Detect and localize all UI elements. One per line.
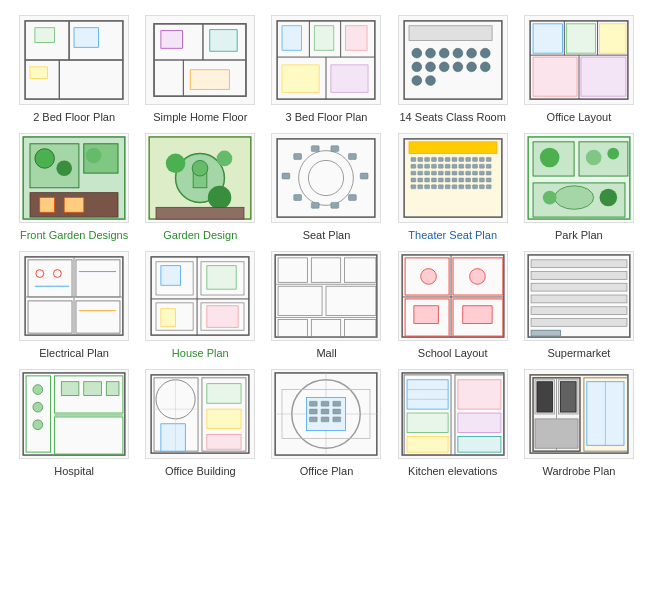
svg-rect-135 [411, 185, 416, 189]
template-item-hospital[interactable]: Hospital [15, 369, 133, 477]
svg-point-216 [33, 402, 43, 412]
template-item-supermarket[interactable]: Supermarket [520, 251, 638, 359]
svg-point-44 [425, 76, 435, 86]
thumbnail-garden-design [145, 133, 255, 223]
svg-rect-219 [84, 382, 102, 396]
svg-rect-125 [424, 178, 429, 182]
svg-rect-90 [431, 157, 436, 161]
svg-rect-208 [531, 318, 627, 326]
svg-rect-79 [294, 195, 302, 201]
svg-rect-105 [452, 164, 457, 168]
template-item-mall[interactable]: Mall [267, 251, 385, 359]
svg-rect-4 [59, 60, 123, 99]
svg-rect-254 [458, 380, 501, 409]
svg-rect-107 [465, 164, 470, 168]
svg-rect-124 [417, 178, 422, 182]
template-item-3-bed-floor-plan[interactable]: 3 Bed Floor Plan [267, 15, 385, 123]
svg-rect-24 [282, 26, 302, 50]
template-item-seat-plan[interactable]: Seat Plan [267, 133, 385, 241]
thumbnail-office-plan [271, 369, 381, 459]
svg-rect-102 [431, 164, 436, 168]
label-supermarket: Supermarket [547, 347, 610, 359]
template-item-office-plan[interactable]: Office Plan [267, 369, 385, 477]
svg-rect-134 [486, 178, 491, 182]
thumbnail-kitchen-elevations [398, 369, 508, 459]
svg-point-215 [33, 385, 43, 395]
template-item-2-bed-floor-plan[interactable]: 2 Bed Floor Plan [15, 15, 133, 123]
svg-rect-203 [531, 260, 627, 268]
svg-rect-250 [407, 413, 448, 433]
svg-rect-119 [465, 171, 470, 175]
svg-point-36 [480, 48, 490, 58]
svg-rect-146 [486, 185, 491, 189]
svg-point-35 [466, 48, 476, 58]
template-item-school-layout[interactable]: School Layout [394, 251, 512, 359]
svg-rect-229 [207, 409, 241, 429]
svg-point-156 [599, 189, 617, 207]
template-item-office-layout[interactable]: Office Layout [520, 15, 638, 123]
template-item-kitchen-elevations[interactable]: Kitchen elevations [394, 369, 512, 477]
svg-rect-71 [156, 207, 244, 219]
svg-rect-16 [161, 31, 183, 49]
svg-rect-265 [535, 419, 578, 448]
svg-rect-201 [462, 306, 491, 324]
svg-rect-81 [331, 202, 339, 208]
template-item-wardrobe-plan[interactable]: Wardrobe Plan [520, 369, 638, 477]
label-seat-plan: Seat Plan [303, 229, 351, 241]
label-hospital: Hospital [54, 465, 94, 477]
svg-rect-113 [424, 171, 429, 175]
svg-rect-62 [40, 198, 55, 213]
svg-rect-96 [472, 157, 477, 161]
svg-rect-200 [414, 306, 438, 324]
svg-rect-240 [310, 409, 318, 414]
svg-rect-176 [161, 266, 181, 286]
svg-point-39 [439, 62, 449, 72]
label-14-seats-class-room: 14 Seats Class Room [400, 111, 506, 123]
svg-rect-245 [333, 417, 341, 422]
thumbnail-hospital [19, 369, 129, 459]
svg-rect-241 [322, 409, 330, 414]
svg-rect-114 [431, 171, 436, 175]
template-item-front-garden-designs[interactable]: Front Garden Designs [15, 133, 133, 241]
svg-rect-242 [333, 409, 341, 414]
svg-rect-209 [531, 330, 560, 336]
label-2-bed-floor-plan: 2 Bed Floor Plan [33, 111, 115, 123]
svg-rect-179 [207, 306, 238, 328]
svg-point-31 [412, 48, 422, 58]
svg-point-42 [480, 62, 490, 72]
template-item-garden-design[interactable]: Garden Design [141, 133, 259, 241]
svg-rect-220 [106, 382, 119, 396]
svg-rect-48 [599, 24, 625, 53]
svg-rect-86 [409, 142, 497, 154]
svg-rect-127 [438, 178, 443, 182]
svg-rect-91 [438, 157, 443, 161]
svg-rect-104 [445, 164, 450, 168]
svg-rect-14 [154, 60, 183, 96]
svg-point-217 [33, 420, 43, 430]
svg-point-67 [217, 151, 233, 167]
svg-rect-28 [331, 65, 368, 92]
template-item-electrical-plan[interactable]: Electrical Plan [15, 251, 133, 359]
template-item-theater-seat-plan[interactable]: Theater Seat Plan [394, 133, 512, 241]
svg-rect-5 [35, 28, 55, 43]
thumbnail-wardrobe-plan [524, 369, 634, 459]
svg-point-60 [86, 148, 102, 164]
template-item-simple-home-floor[interactable]: Simple Home Floor [141, 15, 259, 123]
template-item-house-plan[interactable]: House Plan [141, 251, 259, 359]
svg-rect-46 [533, 24, 562, 53]
svg-rect-75 [294, 154, 302, 160]
svg-rect-178 [161, 309, 176, 327]
svg-rect-93 [452, 157, 457, 161]
label-park-plan: Park Plan [555, 229, 603, 241]
template-item-14-seats-class-room[interactable]: 14 Seats Class Room [394, 15, 512, 123]
svg-rect-26 [346, 26, 368, 50]
template-item-office-building[interactable]: Office Building [141, 369, 259, 477]
svg-point-43 [412, 76, 422, 86]
template-item-park-plan[interactable]: Park Plan [520, 133, 638, 241]
svg-rect-244 [322, 417, 330, 422]
svg-rect-97 [479, 157, 484, 161]
label-wardrobe-plan: Wardrobe Plan [542, 465, 615, 477]
svg-point-152 [586, 150, 602, 166]
svg-rect-88 [417, 157, 422, 161]
svg-rect-126 [431, 178, 436, 182]
